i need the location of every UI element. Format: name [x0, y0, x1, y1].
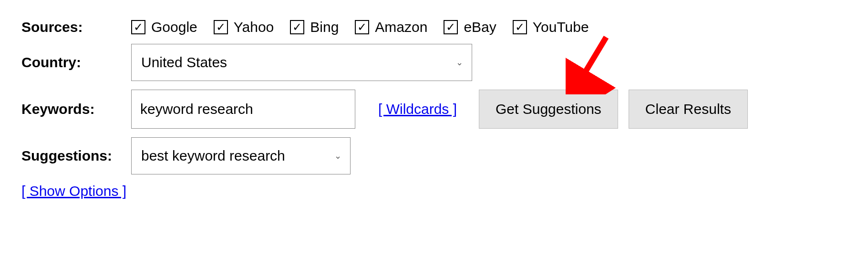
suggestions-row: Suggestions: best keyword research ⌄	[21, 137, 847, 174]
source-label: eBay	[464, 19, 496, 35]
sources-label: Sources:	[21, 19, 131, 35]
source-label: YouTube	[533, 19, 589, 35]
get-suggestions-button[interactable]: Get Suggestions	[479, 90, 618, 129]
keywords-label: Keywords:	[21, 101, 131, 117]
suggestions-select[interactable]: best keyword research ⌄	[131, 137, 351, 174]
source-label: Amazon	[375, 19, 427, 35]
country-row: Country: United States ⌄	[21, 44, 847, 81]
suggestions-label: Suggestions:	[21, 148, 131, 164]
show-options-row: [ Show Options ]	[21, 183, 847, 199]
checkbox-icon: ✓	[214, 20, 228, 34]
checkbox-icon: ✓	[513, 20, 527, 34]
checkbox-icon: ✓	[355, 20, 369, 34]
keywords-row: Keywords: [ Wildcards ] Get Suggestions …	[21, 90, 847, 129]
country-label: Country:	[21, 54, 131, 71]
checkbox-icon: ✓	[290, 20, 304, 34]
source-ebay[interactable]: ✓ eBay	[444, 19, 496, 35]
source-label: Bing	[310, 19, 339, 35]
source-label: Google	[151, 19, 197, 35]
clear-results-button[interactable]: Clear Results	[629, 90, 748, 129]
show-options-link[interactable]: [ Show Options ]	[21, 183, 126, 199]
action-buttons: Get Suggestions Clear Results	[479, 90, 748, 129]
source-youtube[interactable]: ✓ YouTube	[513, 19, 589, 35]
checkbox-icon: ✓	[444, 20, 458, 34]
source-yahoo[interactable]: ✓ Yahoo	[214, 19, 274, 35]
wildcards-link[interactable]: [ Wildcards ]	[378, 101, 457, 117]
suggestions-selected-value: best keyword research	[141, 148, 285, 164]
chevron-down-icon: ⌄	[334, 151, 341, 161]
source-google[interactable]: ✓ Google	[131, 19, 197, 35]
keywords-input[interactable]	[131, 90, 355, 129]
country-select[interactable]: United States ⌄	[131, 44, 472, 81]
country-selected-value: United States	[141, 54, 227, 71]
source-amazon[interactable]: ✓ Amazon	[355, 19, 427, 35]
source-bing[interactable]: ✓ Bing	[290, 19, 339, 35]
chevron-down-icon: ⌄	[456, 57, 463, 68]
sources-row: Sources: ✓ Google ✓ Yahoo ✓ Bing ✓ Amazo…	[21, 19, 847, 35]
source-label: Yahoo	[234, 19, 274, 35]
checkbox-icon: ✓	[131, 20, 145, 34]
